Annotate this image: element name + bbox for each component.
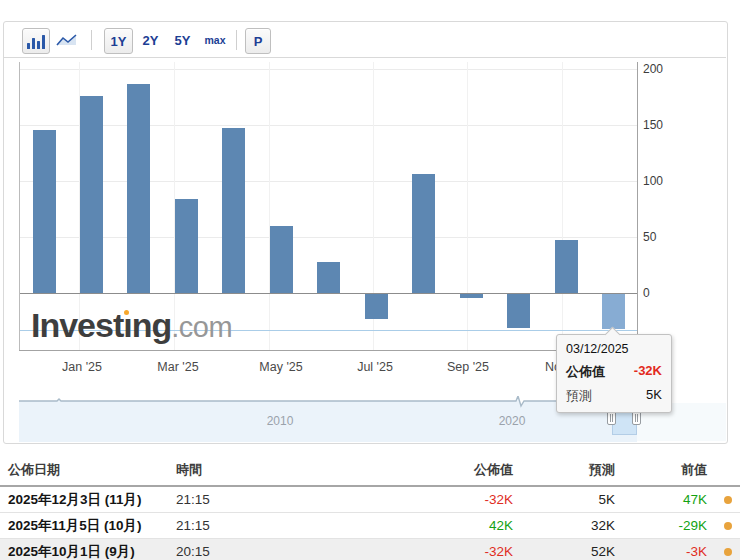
forecast-cell: 52K: [513, 544, 615, 559]
actual-cell: 42K: [276, 518, 513, 533]
navigator-series: [19, 396, 639, 442]
forecast-cell: 32K: [513, 518, 615, 533]
navigator-label-2010: 2010: [258, 414, 302, 428]
tooltip-forecast-label: 預測: [566, 387, 592, 405]
bar-chart-icon: [27, 34, 45, 49]
table-row[interactable]: 2025年12月3日 (11月)21:15-32K5K47K: [0, 487, 740, 512]
time-cell: 20:15: [176, 544, 276, 559]
chart-bar[interactable]: [507, 293, 530, 328]
chart-bar[interactable]: [222, 128, 245, 293]
header-forecast: 預測: [513, 461, 615, 479]
header-time: 時間: [176, 461, 276, 479]
actual-cell: -32K: [276, 544, 513, 559]
chart-bar[interactable]: [175, 199, 198, 293]
investing-logo: Investıng.com: [31, 306, 232, 345]
header-previous: 前值: [615, 461, 707, 479]
time-cell: 21:15: [176, 492, 276, 507]
tooltip-forecast-value: 5K: [646, 387, 662, 405]
actual-cell: -32K: [276, 492, 513, 507]
history-table: 公佈日期 時間 公佈值 預測 前值 2025年12月3日 (11月)21:15-…: [0, 455, 740, 560]
range-2y-button[interactable]: 2Y: [137, 28, 164, 52]
logo-orange-dot-i: ı: [123, 306, 131, 344]
table-header-row: 公佈日期 時間 公佈值 預測 前值: [0, 455, 740, 487]
navigator-label-2020: 2020: [490, 414, 534, 428]
chart-bar[interactable]: [555, 240, 578, 293]
header-release-date: 公佈日期: [8, 461, 176, 479]
table-row[interactable]: 2025年10月1日 (9月)20:15-32K52K-3K: [0, 538, 740, 560]
chart-bar[interactable]: [460, 293, 483, 298]
toolbar-divider: [4, 57, 726, 58]
chart-bar[interactable]: [365, 293, 388, 319]
chart-bar[interactable]: [412, 174, 435, 293]
tooltip-actual-value: -32K: [634, 363, 662, 381]
chart-tooltip: 03/12/2025 公佈值 -32K 預測 5K: [556, 334, 672, 413]
toolbar-separator: [91, 30, 92, 50]
range-1y-button[interactable]: 1Y: [104, 28, 133, 54]
release-date-cell: 2025年12月3日 (11月): [8, 491, 176, 509]
release-date-cell: 2025年10月1日 (9月): [8, 543, 176, 560]
p-button[interactable]: P: [245, 28, 271, 54]
chart-type-line-button[interactable]: [54, 28, 80, 52]
chart-bar[interactable]: [317, 262, 340, 293]
forecast-cell: 5K: [513, 492, 615, 507]
range-max-button[interactable]: max: [199, 30, 231, 50]
importance-dot-icon: [724, 522, 732, 530]
chart-bar[interactable]: [602, 293, 625, 329]
previous-cell: 47K: [615, 492, 707, 507]
toolbar-separator: [236, 30, 237, 50]
range-5y-button[interactable]: 5Y: [169, 28, 196, 52]
area-chart-icon: [56, 32, 78, 48]
previous-cell: -29K: [615, 518, 707, 533]
previous-cell: -3K: [615, 544, 707, 559]
chart-bar[interactable]: [127, 84, 150, 293]
tooltip-date: 03/12/2025: [566, 342, 662, 356]
chart-bar[interactable]: [33, 130, 56, 294]
importance-dot-icon: [724, 496, 732, 504]
release-date-cell: 2025年11月5日 (10月): [8, 517, 176, 535]
chart-bar[interactable]: [80, 96, 103, 293]
chart-bar[interactable]: [270, 226, 293, 293]
table-row[interactable]: 2025年11月5日 (10月)21:1542K32K-29K: [0, 512, 740, 538]
header-actual: 公佈值: [276, 461, 513, 479]
chart-type-bar-button[interactable]: [22, 28, 50, 54]
time-cell: 21:15: [176, 518, 276, 533]
tooltip-actual-label: 公佈值: [566, 363, 605, 381]
importance-dot-icon: [724, 548, 732, 556]
